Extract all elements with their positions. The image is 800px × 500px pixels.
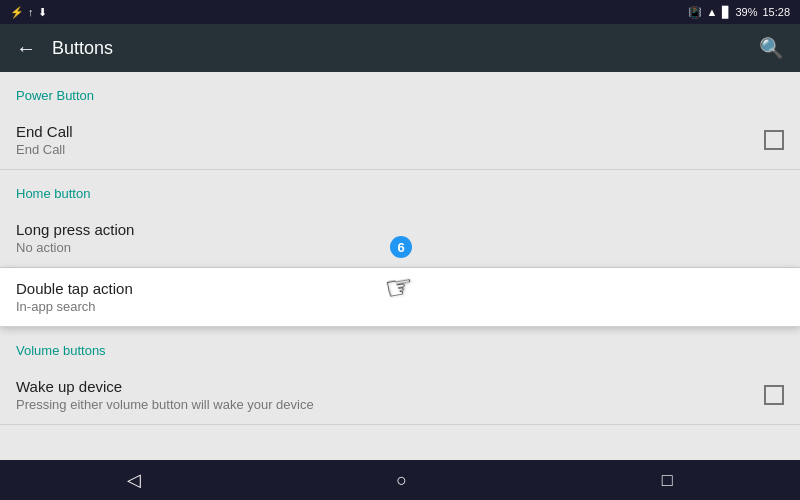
status-right-icons: 📳 ▲ ▊ 39% 15:28: [688, 6, 790, 19]
signal-icon: ▊: [722, 6, 730, 19]
step-badge: 6: [390, 236, 412, 258]
wifi-icon: ▲: [707, 6, 718, 18]
setting-item-end-call[interactable]: End Call End Call: [0, 111, 800, 170]
setting-item-wake-device[interactable]: Wake up device Pressing either volume bu…: [0, 366, 800, 425]
download-icon: ⬇: [38, 6, 47, 19]
setting-title-end-call: End Call: [16, 123, 764, 140]
nav-recents-button[interactable]: □: [662, 470, 673, 491]
setting-title-wake: Wake up device: [16, 378, 764, 395]
status-left-icons: ⚡ ↑ ⬇: [10, 6, 682, 19]
nav-home-button[interactable]: ○: [396, 470, 407, 491]
usb-icon: ⚡: [10, 6, 24, 19]
setting-subtitle-wake: Pressing either volume button will wake …: [16, 397, 764, 412]
nav-back-button[interactable]: ◁: [127, 469, 141, 491]
section-header-power: Power Button: [0, 72, 800, 111]
battery-text: 39%: [735, 6, 757, 18]
vibrate-icon: 📳: [688, 6, 702, 19]
time-text: 15:28: [762, 6, 790, 18]
app-bar: ← Buttons 🔍: [0, 24, 800, 72]
page-title: Buttons: [52, 38, 743, 59]
section-header-volume: Volume buttons: [0, 327, 800, 366]
nav-bar: ◁ ○ □: [0, 460, 800, 500]
search-button[interactable]: 🔍: [759, 36, 784, 60]
setting-subtitle-end-call: End Call: [16, 142, 764, 157]
status-bar: ⚡ ↑ ⬇ 📳 ▲ ▊ 39% 15:28: [0, 0, 800, 24]
setting-item-text-end-call: End Call End Call: [16, 123, 764, 157]
back-button[interactable]: ←: [16, 37, 36, 60]
checkbox-wake[interactable]: [764, 385, 784, 405]
settings-content: Power Button End Call End Call Home butt…: [0, 72, 800, 460]
checkbox-end-call[interactable]: [764, 130, 784, 150]
upload-icon: ↑: [28, 6, 34, 18]
section-header-home: Home button: [0, 170, 800, 209]
setting-item-text-wake: Wake up device Pressing either volume bu…: [16, 378, 764, 412]
